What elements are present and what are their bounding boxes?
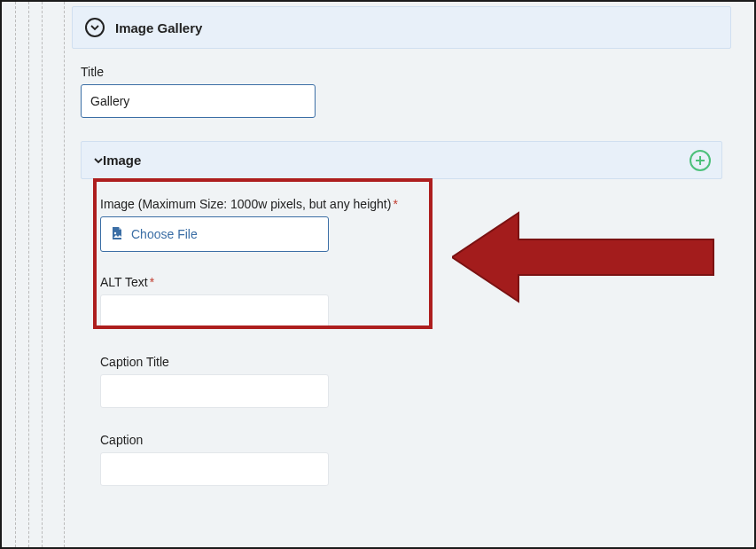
add-button[interactable] — [690, 150, 711, 171]
caption-label: Caption — [100, 433, 703, 447]
title-input[interactable] — [81, 84, 316, 118]
title-label: Title — [81, 65, 722, 79]
required-marker: * — [150, 275, 154, 289]
alt-text-label: ALT Text* — [100, 275, 703, 289]
image-section-header[interactable]: Image — [81, 141, 722, 179]
image-field-label: Image (Maximum Size: 1000w pixels, but a… — [100, 197, 703, 211]
required-marker: * — [393, 197, 397, 211]
section-title: Image Gallery — [115, 20, 202, 35]
section-title: Image — [103, 153, 141, 168]
chevron-down-icon — [94, 153, 103, 168]
caption-input[interactable] — [100, 452, 329, 486]
choose-file-label: Choose File — [131, 227, 198, 241]
svg-point-0 — [114, 231, 116, 233]
chevron-down-icon — [85, 18, 105, 37]
caption-title-label: Caption Title — [100, 355, 703, 369]
image-file-icon — [110, 226, 124, 243]
alt-text-input[interactable] — [100, 294, 329, 328]
choose-file-button[interactable]: Choose File — [100, 216, 329, 252]
image-gallery-header[interactable]: Image Gallery — [72, 6, 731, 49]
caption-title-input[interactable] — [100, 374, 329, 408]
